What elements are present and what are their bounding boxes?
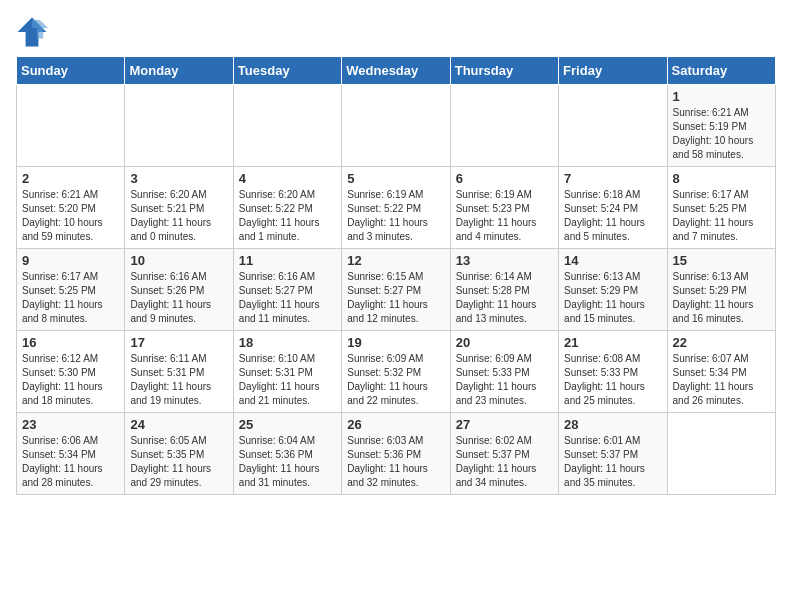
calendar-cell: 20Sunrise: 6:09 AM Sunset: 5:33 PM Dayli… (450, 331, 558, 413)
day-info: Sunrise: 6:14 AM Sunset: 5:28 PM Dayligh… (456, 270, 553, 326)
logo-icon (16, 16, 48, 48)
calendar-cell: 4Sunrise: 6:20 AM Sunset: 5:22 PM Daylig… (233, 167, 341, 249)
calendar-cell: 14Sunrise: 6:13 AM Sunset: 5:29 PM Dayli… (559, 249, 667, 331)
day-info: Sunrise: 6:05 AM Sunset: 5:35 PM Dayligh… (130, 434, 227, 490)
day-info: Sunrise: 6:06 AM Sunset: 5:34 PM Dayligh… (22, 434, 119, 490)
header-thursday: Thursday (450, 57, 558, 85)
calendar-cell: 19Sunrise: 6:09 AM Sunset: 5:32 PM Dayli… (342, 331, 450, 413)
day-number: 14 (564, 253, 661, 268)
calendar-cell (125, 85, 233, 167)
day-number: 22 (673, 335, 770, 350)
calendar-cell: 13Sunrise: 6:14 AM Sunset: 5:28 PM Dayli… (450, 249, 558, 331)
day-number: 1 (673, 89, 770, 104)
day-info: Sunrise: 6:15 AM Sunset: 5:27 PM Dayligh… (347, 270, 444, 326)
day-number: 4 (239, 171, 336, 186)
header-friday: Friday (559, 57, 667, 85)
day-number: 6 (456, 171, 553, 186)
day-info: Sunrise: 6:11 AM Sunset: 5:31 PM Dayligh… (130, 352, 227, 408)
day-info: Sunrise: 6:20 AM Sunset: 5:22 PM Dayligh… (239, 188, 336, 244)
header-saturday: Saturday (667, 57, 775, 85)
day-info: Sunrise: 6:10 AM Sunset: 5:31 PM Dayligh… (239, 352, 336, 408)
calendar-cell (233, 85, 341, 167)
week-row-4: 23Sunrise: 6:06 AM Sunset: 5:34 PM Dayli… (17, 413, 776, 495)
day-info: Sunrise: 6:01 AM Sunset: 5:37 PM Dayligh… (564, 434, 661, 490)
day-number: 27 (456, 417, 553, 432)
calendar-cell (17, 85, 125, 167)
day-info: Sunrise: 6:08 AM Sunset: 5:33 PM Dayligh… (564, 352, 661, 408)
day-info: Sunrise: 6:07 AM Sunset: 5:34 PM Dayligh… (673, 352, 770, 408)
calendar-cell: 26Sunrise: 6:03 AM Sunset: 5:36 PM Dayli… (342, 413, 450, 495)
day-number: 3 (130, 171, 227, 186)
day-info: Sunrise: 6:12 AM Sunset: 5:30 PM Dayligh… (22, 352, 119, 408)
calendar-cell: 12Sunrise: 6:15 AM Sunset: 5:27 PM Dayli… (342, 249, 450, 331)
calendar-cell: 22Sunrise: 6:07 AM Sunset: 5:34 PM Dayli… (667, 331, 775, 413)
day-info: Sunrise: 6:17 AM Sunset: 5:25 PM Dayligh… (22, 270, 119, 326)
day-number: 21 (564, 335, 661, 350)
day-info: Sunrise: 6:04 AM Sunset: 5:36 PM Dayligh… (239, 434, 336, 490)
day-number: 25 (239, 417, 336, 432)
day-number: 11 (239, 253, 336, 268)
calendar-cell: 21Sunrise: 6:08 AM Sunset: 5:33 PM Dayli… (559, 331, 667, 413)
day-number: 5 (347, 171, 444, 186)
header-row: SundayMondayTuesdayWednesdayThursdayFrid… (17, 57, 776, 85)
day-number: 13 (456, 253, 553, 268)
calendar-cell: 11Sunrise: 6:16 AM Sunset: 5:27 PM Dayli… (233, 249, 341, 331)
calendar-cell: 10Sunrise: 6:16 AM Sunset: 5:26 PM Dayli… (125, 249, 233, 331)
calendar-cell (559, 85, 667, 167)
day-info: Sunrise: 6:19 AM Sunset: 5:23 PM Dayligh… (456, 188, 553, 244)
day-info: Sunrise: 6:17 AM Sunset: 5:25 PM Dayligh… (673, 188, 770, 244)
calendar-cell: 16Sunrise: 6:12 AM Sunset: 5:30 PM Dayli… (17, 331, 125, 413)
week-row-3: 16Sunrise: 6:12 AM Sunset: 5:30 PM Dayli… (17, 331, 776, 413)
day-info: Sunrise: 6:13 AM Sunset: 5:29 PM Dayligh… (564, 270, 661, 326)
day-number: 7 (564, 171, 661, 186)
day-info: Sunrise: 6:21 AM Sunset: 5:19 PM Dayligh… (673, 106, 770, 162)
calendar-cell: 23Sunrise: 6:06 AM Sunset: 5:34 PM Dayli… (17, 413, 125, 495)
calendar-cell: 27Sunrise: 6:02 AM Sunset: 5:37 PM Dayli… (450, 413, 558, 495)
day-info: Sunrise: 6:13 AM Sunset: 5:29 PM Dayligh… (673, 270, 770, 326)
calendar-cell: 17Sunrise: 6:11 AM Sunset: 5:31 PM Dayli… (125, 331, 233, 413)
logo (16, 16, 52, 48)
calendar-cell (342, 85, 450, 167)
day-info: Sunrise: 6:03 AM Sunset: 5:36 PM Dayligh… (347, 434, 444, 490)
calendar-cell (667, 413, 775, 495)
day-number: 28 (564, 417, 661, 432)
calendar-cell: 2Sunrise: 6:21 AM Sunset: 5:20 PM Daylig… (17, 167, 125, 249)
day-info: Sunrise: 6:16 AM Sunset: 5:27 PM Dayligh… (239, 270, 336, 326)
day-number: 15 (673, 253, 770, 268)
calendar-cell: 28Sunrise: 6:01 AM Sunset: 5:37 PM Dayli… (559, 413, 667, 495)
calendar-cell: 24Sunrise: 6:05 AM Sunset: 5:35 PM Dayli… (125, 413, 233, 495)
day-number: 18 (239, 335, 336, 350)
day-number: 26 (347, 417, 444, 432)
day-info: Sunrise: 6:16 AM Sunset: 5:26 PM Dayligh… (130, 270, 227, 326)
day-info: Sunrise: 6:09 AM Sunset: 5:33 PM Dayligh… (456, 352, 553, 408)
header-tuesday: Tuesday (233, 57, 341, 85)
calendar-cell: 25Sunrise: 6:04 AM Sunset: 5:36 PM Dayli… (233, 413, 341, 495)
day-info: Sunrise: 6:18 AM Sunset: 5:24 PM Dayligh… (564, 188, 661, 244)
day-number: 16 (22, 335, 119, 350)
day-number: 10 (130, 253, 227, 268)
day-info: Sunrise: 6:21 AM Sunset: 5:20 PM Dayligh… (22, 188, 119, 244)
day-info: Sunrise: 6:09 AM Sunset: 5:32 PM Dayligh… (347, 352, 444, 408)
day-number: 12 (347, 253, 444, 268)
calendar-table: SundayMondayTuesdayWednesdayThursdayFrid… (16, 56, 776, 495)
day-info: Sunrise: 6:20 AM Sunset: 5:21 PM Dayligh… (130, 188, 227, 244)
calendar-cell: 8Sunrise: 6:17 AM Sunset: 5:25 PM Daylig… (667, 167, 775, 249)
header-wednesday: Wednesday (342, 57, 450, 85)
day-number: 24 (130, 417, 227, 432)
calendar-cell (450, 85, 558, 167)
day-number: 23 (22, 417, 119, 432)
week-row-1: 2Sunrise: 6:21 AM Sunset: 5:20 PM Daylig… (17, 167, 776, 249)
calendar-cell: 5Sunrise: 6:19 AM Sunset: 5:22 PM Daylig… (342, 167, 450, 249)
calendar-cell: 6Sunrise: 6:19 AM Sunset: 5:23 PM Daylig… (450, 167, 558, 249)
day-number: 17 (130, 335, 227, 350)
day-info: Sunrise: 6:19 AM Sunset: 5:22 PM Dayligh… (347, 188, 444, 244)
calendar-cell: 7Sunrise: 6:18 AM Sunset: 5:24 PM Daylig… (559, 167, 667, 249)
header-sunday: Sunday (17, 57, 125, 85)
day-number: 2 (22, 171, 119, 186)
week-row-0: 1Sunrise: 6:21 AM Sunset: 5:19 PM Daylig… (17, 85, 776, 167)
header-monday: Monday (125, 57, 233, 85)
week-row-2: 9Sunrise: 6:17 AM Sunset: 5:25 PM Daylig… (17, 249, 776, 331)
page-header (16, 16, 776, 48)
calendar-cell: 18Sunrise: 6:10 AM Sunset: 5:31 PM Dayli… (233, 331, 341, 413)
calendar-cell: 9Sunrise: 6:17 AM Sunset: 5:25 PM Daylig… (17, 249, 125, 331)
